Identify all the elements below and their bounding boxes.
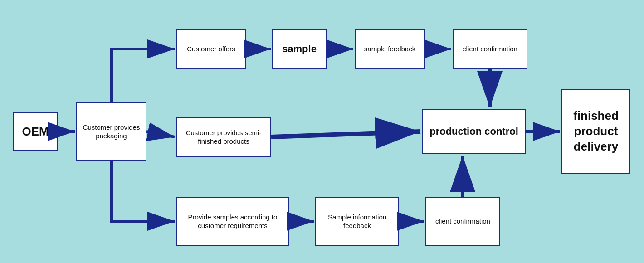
diagram: OEM Customer provides packaging Customer… — [0, 0, 644, 263]
sample-feedback-box: sample feedback — [355, 29, 425, 69]
provide-samples-box: Provide samples according to customer re… — [176, 197, 289, 246]
oem-box: OEM — [13, 112, 58, 151]
customer-offers-box: Customer offers — [176, 29, 246, 69]
production-control-box: production control — [422, 109, 526, 154]
finished-delivery-box: finished product delivery — [561, 89, 630, 174]
client-confirm-top-box: client confirmation — [453, 29, 527, 69]
sample-box: sample — [272, 29, 327, 69]
svg-line-8 — [271, 132, 420, 137]
semi-finished-box: Customer provides semi-finished products — [176, 117, 271, 157]
sample-info-feedback-box: Sample information feedback — [315, 197, 399, 246]
client-confirm-bottom-box: client confirmation — [425, 197, 500, 246]
svg-line-3 — [146, 132, 175, 137]
customer-packaging-box: Customer provides packaging — [76, 102, 146, 161]
